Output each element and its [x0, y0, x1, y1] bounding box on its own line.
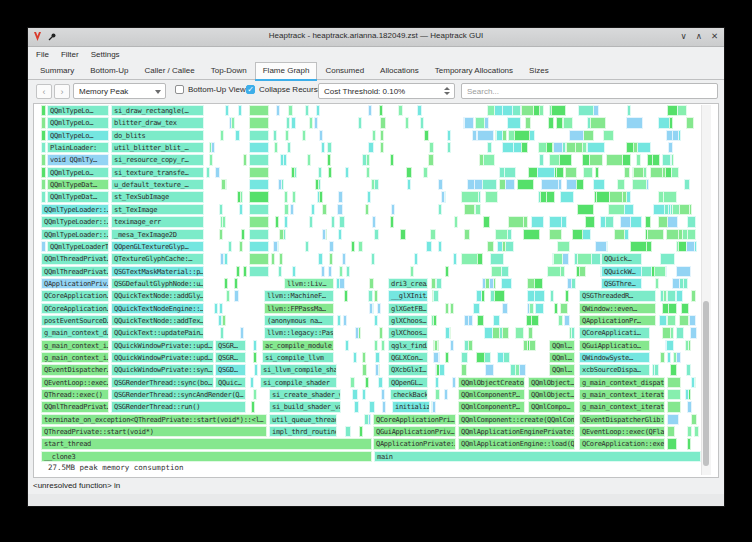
flame-fill[interactable] — [211, 142, 215, 153]
flame-fill[interactable] — [672, 130, 679, 141]
flame-fill[interactable] — [41, 191, 46, 202]
flame-frame[interactable]: QSGR… — [215, 340, 246, 351]
tab-bottom-up[interactable]: Bottom-Up — [82, 62, 136, 79]
flame-frame[interactable]: QOpenGL… — [388, 377, 428, 388]
flame-frame[interactable]: blitter_draw_tex — [111, 117, 204, 128]
flame-fill[interactable] — [666, 229, 679, 240]
flame-fill[interactable] — [445, 352, 449, 363]
flame-fill[interactable] — [541, 179, 559, 190]
flame-fill[interactable] — [285, 130, 289, 141]
flame-fill[interactable] — [559, 154, 572, 165]
flame-frame[interactable]: QWindowSyste… — [579, 352, 650, 363]
flame-fill[interactable] — [626, 117, 643, 128]
flame-fill[interactable] — [331, 216, 335, 227]
view-mode-select[interactable]: Memory Peak — [73, 83, 166, 99]
flame-fill[interactable] — [238, 105, 242, 116]
flame-frame[interactable]: QQmlObject… — [528, 377, 575, 388]
flame-frame[interactable]: QQmlObject… — [528, 389, 575, 400]
flame-fill[interactable] — [687, 401, 692, 412]
flame-fill[interactable] — [491, 266, 502, 277]
flame-frame[interactable]: QGLXCon… — [388, 352, 428, 363]
flame-fill[interactable] — [355, 327, 359, 338]
flame-fill[interactable] — [547, 266, 561, 277]
titlebar[interactable]: Heaptrack - heaptrack.arianna.182049.zst… — [28, 28, 724, 47]
flame-fill[interactable] — [280, 154, 284, 165]
flame-frame[interactable]: g_main_context_dispat… — [579, 377, 665, 388]
flame-fill[interactable] — [670, 364, 677, 375]
spinner-arrows-icon[interactable] — [444, 87, 450, 95]
flame-fill[interactable] — [271, 253, 275, 264]
flame-fill[interactable] — [219, 303, 223, 314]
flame-fill[interactable] — [558, 315, 563, 326]
flame-fill[interactable] — [222, 216, 226, 227]
flame-fill[interactable] — [382, 401, 386, 412]
flame-fill[interactable] — [274, 142, 278, 153]
flame-fill[interactable] — [496, 130, 503, 141]
flame-fill[interactable] — [514, 130, 530, 141]
flame-frame[interactable]: QGuiApplicatio… — [579, 340, 650, 351]
flame-fill[interactable] — [578, 105, 593, 116]
flame-fill[interactable] — [375, 352, 380, 363]
flame-frame[interactable]: QQmlThreadPrivat… — [41, 253, 109, 264]
flame-frame[interactable]: QQuickTextNode::addGly… — [111, 290, 204, 301]
flame-fill[interactable] — [540, 191, 547, 202]
flame-fill[interactable] — [482, 179, 497, 190]
flame-fill[interactable] — [485, 191, 498, 202]
flame-frame[interactable]: teximage_err — [111, 216, 204, 227]
flame-fill[interactable] — [576, 179, 584, 190]
flame-fill[interactable] — [476, 352, 485, 363]
flame-fill[interactable] — [354, 401, 359, 412]
flame-fill[interactable] — [595, 241, 606, 252]
flame-frame[interactable]: si_draw_rectangle(… — [111, 105, 204, 116]
flame-fill[interactable] — [290, 204, 294, 215]
flame-frame[interactable]: QQuickTextNodeEngine::… — [111, 303, 204, 314]
flame-fill[interactable] — [226, 290, 230, 301]
flame-frame[interactable]: QQmlObjectCreato… — [458, 377, 525, 388]
flame-frame[interactable]: QCoreApplication::exe… — [579, 438, 665, 449]
flame-fill[interactable] — [342, 253, 346, 264]
flame-frame[interactable]: st_TexImage — [111, 204, 204, 215]
flame-fill[interactable] — [222, 315, 226, 326]
flame-fill[interactable] — [438, 204, 442, 215]
flame-fill[interactable] — [645, 216, 652, 227]
flame-fill[interactable] — [666, 340, 674, 351]
flame-frame[interactable]: QApplicationPr… — [579, 315, 656, 326]
flame-fill[interactable] — [472, 130, 476, 141]
flame-frame[interactable]: util_blitter_blit_… — [111, 142, 204, 153]
flame-fill[interactable] — [428, 154, 434, 165]
flame-fill[interactable] — [523, 229, 541, 240]
flame-fill[interactable] — [288, 105, 293, 116]
flame-fill[interactable] — [447, 142, 451, 153]
flame-frame[interactable]: g_main_context_i… — [41, 352, 109, 363]
flame-fill[interactable] — [548, 117, 554, 128]
flame-frame[interactable]: QCoreApplicationPri… — [373, 414, 456, 425]
flame-frame[interactable]: QSGR… — [215, 352, 246, 363]
flame-fill[interactable] — [507, 117, 521, 128]
flame-fill[interactable] — [41, 179, 46, 190]
flame-fill[interactable] — [556, 167, 564, 178]
flame-frame[interactable]: QSGD… — [215, 364, 246, 375]
flame-fill[interactable] — [365, 377, 369, 388]
flame-fill[interactable] — [685, 340, 689, 351]
flame-fill[interactable] — [582, 229, 591, 240]
flame-frame[interactable]: QQmlTypeLo… — [47, 167, 109, 178]
flame-frame[interactable]: QThreadPrivate::start(void*) — [41, 426, 267, 437]
flame-fill[interactable] — [620, 216, 631, 227]
flame-fill[interactable] — [687, 216, 696, 227]
flame-fill[interactable] — [450, 340, 454, 351]
flame-fill[interactable] — [374, 229, 379, 240]
flame-fill[interactable] — [253, 340, 257, 351]
flame-frame[interactable]: (anonymous na… — [264, 315, 334, 326]
flame-frame[interactable]: si_compile_shader — [260, 377, 337, 388]
flame-frame[interactable]: QEventDispatcher… — [41, 364, 109, 375]
flame-fill[interactable] — [41, 142, 46, 153]
menu-filter[interactable]: Filter — [55, 47, 85, 62]
flame-fill[interactable] — [585, 216, 595, 227]
flame-fill[interactable] — [358, 117, 362, 128]
flame-frame[interactable]: qglx_find… — [388, 340, 428, 351]
flame-fill[interactable] — [249, 154, 269, 165]
flame-fill[interactable] — [366, 167, 371, 178]
flame-fill[interactable] — [251, 401, 255, 412]
flame-fill[interactable] — [368, 142, 374, 153]
flame-fill[interactable] — [521, 105, 535, 116]
